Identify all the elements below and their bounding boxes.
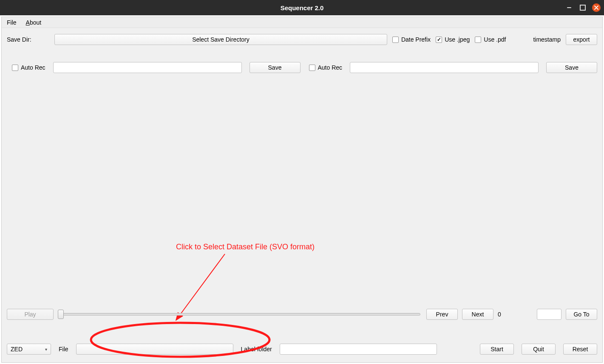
save-dir-row: Save Dir: Select Save Directory Date Pre…: [7, 34, 597, 45]
source-dropdown[interactable]: ZED ▾: [7, 344, 51, 355]
slider-thumb-icon[interactable]: [58, 310, 64, 319]
position-value: 0: [498, 311, 507, 318]
position-slider[interactable]: [58, 309, 422, 320]
window-title: Sequencer 2.0: [281, 4, 324, 11]
timestamp-label: timestamp: [533, 36, 561, 43]
label-folder-label: Label folder: [241, 346, 272, 353]
use-pdf-check-icon: [475, 37, 481, 43]
next-button[interactable]: Next: [462, 309, 493, 320]
auto-rec-right-check-icon: [309, 65, 315, 71]
save-dir-label: Save Dir:: [7, 36, 49, 43]
use-jpeg-checkbox[interactable]: Use .jpeg: [436, 36, 470, 43]
auto-rec-left-label: Auto Rec: [21, 64, 45, 71]
annotation-text: Click to Select Dataset File (SVO format…: [176, 243, 315, 251]
select-save-directory-button[interactable]: Select Save Directory: [54, 34, 387, 45]
file-label: File: [59, 346, 68, 353]
auto-rec-right-checkbox[interactable]: Auto Rec: [309, 64, 343, 71]
menu-about-rest: bout: [30, 19, 41, 26]
auto-rec-left-check-icon: [12, 65, 18, 71]
maximize-icon[interactable]: [578, 3, 587, 12]
select-file-button[interactable]: [76, 344, 233, 355]
window-titlebar: Sequencer 2.0: [0, 0, 604, 15]
menu-about-accel: A: [26, 19, 30, 26]
date-prefix-checkbox[interactable]: Date Prefix: [392, 36, 431, 43]
date-prefix-label: Date Prefix: [401, 36, 431, 43]
goto-input[interactable]: [537, 309, 561, 320]
record-row: Auto Rec Save Auto Rec Save: [7, 62, 597, 73]
prev-button[interactable]: Prev: [426, 309, 458, 320]
auto-rec-right-label: Auto Rec: [318, 64, 343, 71]
minimize-icon[interactable]: [565, 3, 573, 12]
export-button[interactable]: export: [566, 34, 597, 45]
playback-row: Play Prev Next 0 Go To: [7, 309, 597, 320]
menu-file[interactable]: File: [5, 18, 18, 27]
chevron-down-icon: ▾: [45, 347, 47, 352]
use-pdf-label: Use .pdf: [484, 36, 506, 43]
record-left: Auto Rec Save: [12, 62, 301, 73]
use-jpeg-check-icon: [436, 37, 442, 43]
save-left-button[interactable]: Save: [250, 62, 301, 73]
slider-track: [60, 313, 420, 316]
rec-left-input[interactable]: [53, 62, 242, 73]
menu-about[interactable]: About: [24, 18, 43, 27]
auto-rec-left-checkbox[interactable]: Auto Rec: [12, 64, 45, 71]
menubar: File About: [2, 17, 602, 28]
use-pdf-checkbox[interactable]: Use .pdf: [475, 36, 506, 43]
bottom-row: ZED ▾ File Label folder Start Quit Reset: [7, 344, 597, 355]
reset-button[interactable]: Reset: [563, 344, 597, 355]
close-icon[interactable]: [592, 3, 601, 12]
save-right-button[interactable]: Save: [546, 62, 597, 73]
date-prefix-check-icon: [392, 37, 399, 43]
goto-button[interactable]: Go To: [566, 309, 597, 320]
label-folder-input[interactable]: [280, 344, 437, 355]
play-button[interactable]: Play: [7, 309, 54, 320]
quit-button[interactable]: Quit: [522, 344, 556, 355]
use-jpeg-label: Use .jpeg: [445, 36, 470, 43]
start-button[interactable]: Start: [480, 344, 514, 355]
record-right: Auto Rec Save: [309, 62, 598, 73]
source-selected-value: ZED: [11, 346, 23, 353]
rec-right-input[interactable]: [350, 62, 539, 73]
